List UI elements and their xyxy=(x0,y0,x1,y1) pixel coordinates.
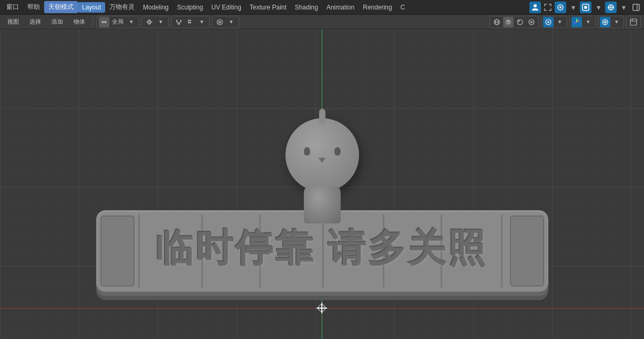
pivot-group: ▾ xyxy=(141,16,169,28)
render-expand-icon[interactable]: ▾ xyxy=(592,2,604,13)
rightpanel-icon[interactable] xyxy=(630,2,642,13)
scene-icon[interactable] xyxy=(555,2,566,13)
magnet-icon[interactable] xyxy=(173,17,184,27)
svg-point-0 xyxy=(534,4,537,7)
menu-animation[interactable]: Animation xyxy=(322,2,359,13)
world-expand-icon[interactable]: ▾ xyxy=(618,2,629,13)
snap-dropdown-icon[interactable]: ▾ xyxy=(197,17,207,27)
character-beak xyxy=(319,158,326,163)
gizmo-btn[interactable] xyxy=(571,17,582,27)
menu-mode[interactable]: 天朝模式 xyxy=(44,1,78,13)
proportional-icon[interactable] xyxy=(214,17,225,27)
svg-point-10 xyxy=(149,22,150,23)
svg-point-17 xyxy=(188,22,190,23)
snap-group: ▾ xyxy=(171,16,210,28)
viewport-shading-group xyxy=(489,16,539,28)
solid-btn[interactable] xyxy=(503,17,514,27)
gizmo-dropdown-icon[interactable]: ▾ xyxy=(583,17,594,27)
select-btn[interactable]: 选择 xyxy=(25,17,45,27)
world-space-group: ▾ xyxy=(598,16,624,28)
menu-wanwu[interactable]: 万物有灵 xyxy=(105,1,139,13)
overlay-btn[interactable] xyxy=(543,17,554,27)
material-btn[interactable] xyxy=(515,17,525,27)
menu-uvediting[interactable]: UV Editing xyxy=(207,2,246,13)
character-body xyxy=(304,187,341,223)
end-rect-right xyxy=(510,215,544,286)
menu-rendering[interactable]: Rendering xyxy=(359,2,396,13)
object-btn[interactable]: 物体 xyxy=(69,17,89,27)
snap-options-icon[interactable] xyxy=(185,17,196,27)
menu-shading[interactable]: Shading xyxy=(291,2,322,13)
prop-dropdown-icon[interactable]: ▾ xyxy=(226,17,237,27)
divider-1 xyxy=(138,214,140,287)
top-menubar: 窗口 帮助 天朝模式 Layout 万物有灵 Modeling Sculptin… xyxy=(0,0,644,15)
viewport[interactable]: 临时停靠 请多关照 xyxy=(0,29,644,339)
gizmo-group: ▾ xyxy=(569,16,596,28)
global-view-label[interactable]: 全局 xyxy=(110,17,125,27)
proportional-group: ▾ xyxy=(212,16,239,28)
svg-point-2 xyxy=(559,6,561,8)
svg-line-32 xyxy=(574,22,577,24)
second-toolbar: 视图 选择 添加 物体 全局 ▾ ▾ xyxy=(0,15,644,29)
add-btn[interactable]: 添加 xyxy=(47,17,67,27)
transform-group: 全局 ▾ xyxy=(96,16,139,28)
menu-window[interactable]: 窗口 xyxy=(2,1,23,13)
menu-help[interactable]: 帮助 xyxy=(23,1,44,13)
character-eye-left xyxy=(304,147,310,156)
character-head xyxy=(285,118,359,192)
wireframe-btn[interactable] xyxy=(492,17,502,27)
menubar-right-icons: ▾ ▾ ▾ xyxy=(529,2,642,13)
pivot-icon[interactable] xyxy=(144,17,155,27)
world-space-dropdown-icon[interactable]: ▾ xyxy=(611,17,622,27)
svg-rect-35 xyxy=(630,19,637,25)
right-toolbar-group: ▾ ▾ ▾ xyxy=(489,16,641,28)
world-space-btn[interactable] xyxy=(600,17,610,27)
svg-point-16 xyxy=(188,19,190,21)
area-options-btn[interactable] xyxy=(628,17,639,27)
character-eye-right xyxy=(334,147,341,156)
area-options-group xyxy=(626,16,641,28)
menu-c[interactable]: C xyxy=(396,2,410,13)
svg-point-26 xyxy=(518,20,520,22)
menu-sculpting[interactable]: Sculpting xyxy=(173,2,207,13)
rendered-btn[interactable] xyxy=(526,17,537,27)
character-group xyxy=(280,118,364,223)
svg-point-15 xyxy=(190,22,191,23)
render-icon[interactable] xyxy=(580,2,591,13)
divider-7 xyxy=(501,214,503,287)
toolbar-divider-1 xyxy=(93,17,93,27)
expand-icon[interactable] xyxy=(542,2,554,13)
menu-modeling[interactable]: Modeling xyxy=(139,2,173,13)
end-rect-left xyxy=(100,215,135,286)
svg-point-14 xyxy=(190,19,191,21)
menu-texturepaint[interactable]: Texture Paint xyxy=(246,2,291,13)
world-icon[interactable] xyxy=(605,2,617,13)
character-horn xyxy=(319,109,325,124)
crosshair-circle xyxy=(318,304,325,312)
user-icon[interactable] xyxy=(529,2,541,13)
global-dropdown-icon[interactable]: ▾ xyxy=(126,17,137,27)
transform-icon[interactable] xyxy=(99,17,109,27)
crosshair-cursor xyxy=(316,303,327,313)
svg-point-20 xyxy=(219,22,220,23)
pivot-dropdown-icon[interactable]: ▾ xyxy=(156,17,166,27)
svg-point-29 xyxy=(547,21,549,23)
menu-layout[interactable]: Layout xyxy=(78,2,105,13)
overlay-dropdown-icon[interactable]: ▾ xyxy=(555,17,565,27)
svg-rect-7 xyxy=(633,4,639,11)
svg-point-25 xyxy=(517,19,523,25)
svg-point-4 xyxy=(584,6,587,9)
scene-expand-icon[interactable]: ▾ xyxy=(567,2,579,13)
overlay-group: ▾ xyxy=(541,16,567,28)
view-btn[interactable]: 视图 xyxy=(3,17,23,27)
sign-text: 临时停靠 请多关照 xyxy=(156,223,488,274)
